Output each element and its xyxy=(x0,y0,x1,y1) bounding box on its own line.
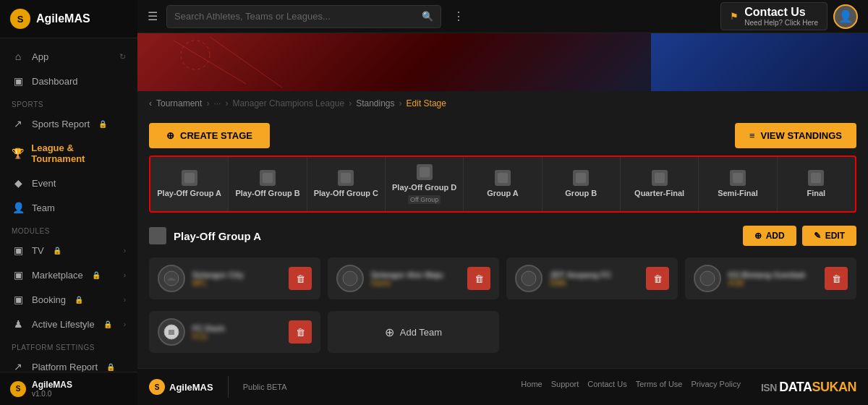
sidebar-item-league-tournament[interactable]: 🏆 League & Tournament xyxy=(0,136,137,171)
tab-playoff-group-a[interactable]: Play-Off Group A xyxy=(150,157,229,211)
sidebar-item-label: TV xyxy=(32,245,44,256)
teams-grid-row2: FC Dash FCG 🗑 ⊕ Add Team xyxy=(137,305,868,359)
bc-active: Edit Stage xyxy=(407,98,446,108)
svg-point-16 xyxy=(522,271,536,286)
team-info: Selangor City MFL xyxy=(192,270,281,287)
search-input[interactable] xyxy=(174,11,416,22)
view-standings-button[interactable]: ≡ VIEW STANDINGS xyxy=(735,123,856,148)
footer-link-contact[interactable]: Contact Us xyxy=(587,380,626,395)
tab-playoff-group-d[interactable]: Play-Off Group D Off Group xyxy=(386,157,464,211)
footer-link-home[interactable]: Home xyxy=(521,380,542,395)
team-sub: SWA xyxy=(550,279,639,287)
contact-button[interactable]: ⚑ Contact Us Need Help? Click Here xyxy=(720,2,827,30)
section-icon xyxy=(149,227,166,244)
tab-icon xyxy=(652,170,668,186)
delete-team-button[interactable]: 🗑 xyxy=(646,267,669,290)
team-avatar xyxy=(336,265,364,292)
svg-rect-9 xyxy=(498,173,508,183)
sidebar-item-sports-report[interactable]: ↗ Sports Report 🔒 xyxy=(0,111,137,136)
sidebar-item-label: Event xyxy=(32,178,56,189)
tab-final[interactable]: Final xyxy=(778,157,855,211)
tab-group-b[interactable]: Group B xyxy=(542,157,621,211)
edit-button[interactable]: ✎ EDIT xyxy=(802,226,856,246)
contact-title: Contact Us xyxy=(744,6,818,19)
more-options-icon[interactable]: ⋮ xyxy=(453,9,464,23)
user-avatar[interactable]: 👤 xyxy=(833,4,858,29)
team-card: FC Dash FCG 🗑 xyxy=(149,311,320,353)
page-footer: S AgileMAS Public BETA Home Support Cont… xyxy=(137,368,868,405)
svg-rect-6 xyxy=(263,173,273,183)
tab-label: Play-Off Group D xyxy=(392,183,456,192)
sidebar-item-dashboard[interactable]: ▣ Dashboard xyxy=(0,69,137,93)
footer-version: v1.0.0 xyxy=(32,390,72,398)
bc-standings[interactable]: Standings xyxy=(356,98,394,108)
tab-group-a[interactable]: Group A xyxy=(464,157,542,211)
logo-icon: S xyxy=(10,9,30,29)
delete-team-button[interactable]: 🗑 xyxy=(289,320,312,344)
team-avatar xyxy=(158,318,185,346)
footer-link-support[interactable]: Support xyxy=(551,380,579,395)
breadcrumb: ‹ Tournament › ··· › Manager Champions L… xyxy=(137,91,868,116)
sidebar-footer: S AgileMAS v1.0.0 xyxy=(0,372,137,405)
sidebar-item-platform-report[interactable]: ↗ Platform Report 🔒 xyxy=(0,354,137,372)
svg-line-0 xyxy=(174,40,246,84)
svg-point-15 xyxy=(343,271,357,286)
tab-icon xyxy=(808,170,824,186)
bc-sep2: › xyxy=(225,98,228,108)
team-info: JDT Ampang FC SWA xyxy=(550,270,639,287)
tab-label: Group B xyxy=(565,189,597,198)
chevron-right-icon: › xyxy=(124,320,126,328)
sidebar-item-label: Sports Report xyxy=(32,119,90,129)
svg-rect-10 xyxy=(576,173,586,183)
sidebar: S AgileMAS ⌂ App ↻ ▣ Dashboard Sports ↗ … xyxy=(0,0,137,405)
sidebar-item-event[interactable]: ◆ Event xyxy=(0,171,137,195)
tab-quarter-final[interactable]: Quarter-Final xyxy=(621,157,699,211)
bc-champions[interactable]: Manager Champions League xyxy=(232,98,344,108)
team-info: KS Bintang Gombak KGB xyxy=(728,270,817,287)
add-team-card[interactable]: ⊕ Add Team xyxy=(328,311,499,353)
create-stage-button[interactable]: ⊕ CREATE STAGE xyxy=(149,123,270,148)
bc-league[interactable]: ··· xyxy=(213,98,221,108)
sidebar-item-app[interactable]: ⌂ App ↻ xyxy=(0,44,137,69)
footer-links: Home Support Contact Us Terms of Use Pri… xyxy=(521,380,856,395)
team-name: FC Dash xyxy=(192,324,281,333)
delete-team-button[interactable]: 🗑 xyxy=(825,267,848,290)
sidebar-item-booking[interactable]: ▣ Booking 🔒 › xyxy=(0,287,137,312)
sidebar-item-label: Dashboard xyxy=(32,76,78,87)
sports-section-label: Sports xyxy=(0,93,137,111)
sidebar-item-label: Platform Report xyxy=(32,362,98,372)
team-card: Selangor City MFL 🗑 xyxy=(149,257,320,299)
lock-icon: 🔒 xyxy=(75,296,83,304)
sidebar-item-label: Team xyxy=(32,202,55,213)
delete-team-button[interactable]: 🗑 xyxy=(289,267,312,290)
view-standings-label: VIEW STANDINGS xyxy=(761,130,842,141)
search-bar[interactable]: 🔍 xyxy=(166,5,441,28)
sidebar-item-marketplace[interactable]: ▣ Marketplace 🔒 › xyxy=(0,263,137,287)
add-button[interactable]: ⊕ ADD xyxy=(743,226,796,246)
svg-line-4 xyxy=(861,48,868,84)
sidebar-item-tv[interactable]: ▣ TV 🔒 › xyxy=(0,238,137,263)
bc-back[interactable]: ‹ xyxy=(149,98,152,108)
tab-semi-final[interactable]: Semi-Final xyxy=(699,157,777,211)
tab-icon xyxy=(338,170,354,186)
sidebar-item-team[interactable]: 👤 Team xyxy=(0,195,137,220)
bc-tournament[interactable]: Tournament xyxy=(156,98,202,108)
tab-playoff-group-b[interactable]: Play-Off Group B xyxy=(229,157,307,211)
banner-image xyxy=(137,33,868,91)
team-avatar xyxy=(515,265,542,292)
footer-link-terms[interactable]: Terms of Use xyxy=(636,380,683,395)
sidebar-item-active-lifestyle[interactable]: ♟ Active Lifestyle 🔒 › xyxy=(0,312,137,336)
bc-sep1: › xyxy=(206,98,209,108)
hamburger-icon[interactable]: ☰ xyxy=(148,9,158,23)
team-card: Selangor Alor Maju Game 🗑 xyxy=(328,257,499,299)
bc-sep3: › xyxy=(349,98,352,108)
platform-icon: ↗ xyxy=(12,361,25,372)
create-stage-label: CREATE STAGE xyxy=(180,130,252,141)
footer-link-privacy[interactable]: Privacy Policy xyxy=(691,380,740,395)
lock-icon: 🔒 xyxy=(53,247,61,255)
tab-playoff-group-c[interactable]: Play-Off Group C xyxy=(307,157,386,211)
team-avatar xyxy=(158,265,185,292)
team-card: JDT Ampang FC SWA 🗑 xyxy=(506,257,678,299)
dashboard-icon: ▣ xyxy=(12,75,25,87)
delete-team-button[interactable]: 🗑 xyxy=(467,267,490,290)
